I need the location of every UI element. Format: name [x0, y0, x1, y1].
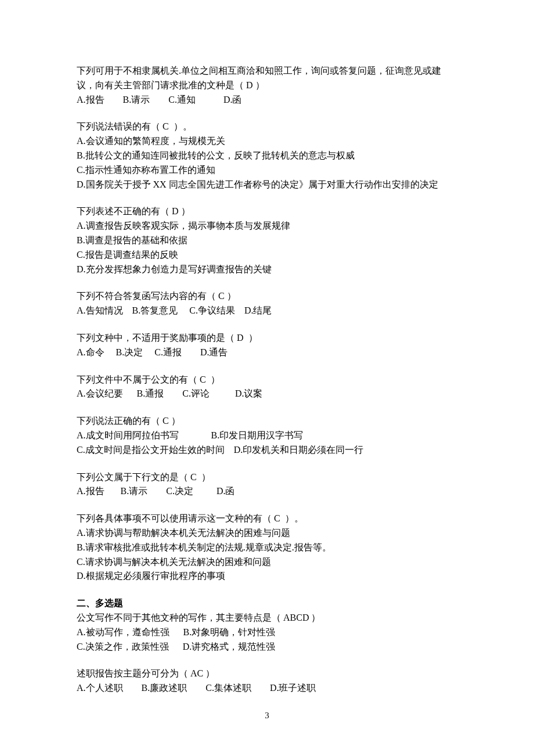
- question-line: 下列不符合答复函写法内容的有（ C ）: [77, 289, 457, 304]
- question-line: 下列文件中不属于公文的有（ C ）: [77, 373, 457, 387]
- question-line: 述职报告按主题分可分为（ AC ）: [77, 667, 457, 681]
- question-line: C.请求协调与解决本机关无法解决的困难和问题: [77, 555, 457, 570]
- question-block: 下列表述不正确的有（ D ）A.调查报告反映客观实际，揭示事物本质与发展规律B.…: [77, 204, 457, 276]
- question-line: A.请求协调与帮助解决本机关无法解决的困难与问题: [77, 526, 457, 541]
- question-block: 下列文种中，不适用于奖励事项的是（ D ）A.命令 B.决定 C.通报 D.通告: [77, 331, 457, 360]
- question-block: 公文写作不同于其他文种的写作，其主要特点是（ ABCD ）A.被动写作，遵命性强…: [77, 611, 457, 654]
- question-line: A.会议纪要 B.通报 C.评论 D.议案: [77, 387, 457, 401]
- question-line: 下列表述不正确的有（ D ）: [77, 204, 457, 219]
- question-line: C.报告是调查结果的反映: [77, 248, 457, 262]
- question-block: 下列不符合答复函写法内容的有（ C ）A.告知情况 B.答复意见 C.争议结果 …: [77, 289, 457, 318]
- question-block: 下列各具体事项不可以使用请示这一文种的有（ C ）。A.请求协调与帮助解决本机关…: [77, 512, 457, 584]
- question-block: 下列说法正确的有（ C ）A.成文时间用阿拉伯书写 B.印发日期用汉字书写C.成…: [77, 414, 457, 457]
- question-line: C.成文时间是指公文开始生效的时间 D.印发机关和日期必须在同一行: [77, 443, 457, 458]
- question-line: 下列公文属于下行文的是（ C ）: [77, 470, 457, 485]
- question-line: B.批转公文的通知连同被批转的公文，反映了批转机关的意志与权威: [77, 149, 457, 163]
- question-line: 下列说法错误的有（ C ）。: [77, 120, 457, 134]
- question-block: 下列可用于不相隶属机关.单位之间相互商洽和知照工作，询问或答复问题，征询意见或建…: [77, 64, 457, 107]
- question-line: A.报告 B.请示 C.决定 D.函: [77, 484, 457, 499]
- question-line: A.调查报告反映客观实际，揭示事物本质与发展规律: [77, 219, 457, 233]
- question-line: A.报告 B.请示 C.通知 D.函: [77, 93, 457, 107]
- question-line: B.请求审核批准或批转本机关制定的法规.规章或决定.报告等。: [77, 541, 457, 555]
- question-line: A.成文时间用阿拉伯书写 B.印发日期用汉字书写: [77, 429, 457, 443]
- question-line: 公文写作不同于其他文种的写作，其主要特点是（ ABCD ）: [77, 611, 457, 625]
- question-line: D.国务院关于授予 XX 同志全国先进工作者称号的决定》属于对重大行动作出安排的…: [77, 178, 457, 192]
- question-line: A.被动写作，遵命性强 B.对象明确，针对性强: [77, 625, 457, 640]
- question-line: D.充分发挥想象力创造力是写好调查报告的关键: [77, 262, 457, 277]
- question-block: 述职报告按主题分可分为（ AC ）A.个人述职 B.廉政述职 C.集体述职 D.…: [77, 667, 457, 696]
- question-line: 下列文种中，不适用于奖励事项的是（ D ）: [77, 331, 457, 345]
- question-line: 下列说法正确的有（ C ）: [77, 414, 457, 429]
- document-page: 下列可用于不相隶属机关.单位之间相互商洽和知照工作，询问或答复问题，征询意见或建…: [0, 0, 534, 756]
- question-line: A.会议通知的繁简程度，与规模无关: [77, 134, 457, 149]
- question-line: C.指示性通知亦称布置工作的通知: [77, 163, 457, 178]
- question-block: 下列文件中不属于公文的有（ C ）A.会议纪要 B.通报 C.评论 D.议案: [77, 373, 457, 402]
- question-line: 下列各具体事项不可以使用请示这一文种的有（ C ）。: [77, 512, 457, 526]
- question-line: A.告知情况 B.答复意见 C.争议结果 D.结尾: [77, 304, 457, 318]
- single-choice-section: 下列可用于不相隶属机关.单位之间相互商洽和知照工作，询问或答复问题，征询意见或建…: [77, 64, 457, 584]
- question-block: 下列公文属于下行文的是（ C ）A.报告 B.请示 C.决定 D.函: [77, 470, 457, 499]
- question-line: B.调查是报告的基础和依据: [77, 233, 457, 248]
- page-number: 3: [0, 709, 534, 722]
- multi-choice-section: 公文写作不同于其他文种的写作，其主要特点是（ ABCD ）A.被动写作，遵命性强…: [77, 611, 457, 696]
- question-line: C.决策之作，政策性强 D.讲究格式，规范性强: [77, 640, 457, 654]
- question-line: A.命令 B.决定 C.通报 D.通告: [77, 345, 457, 360]
- question-line: D.根据规定必须履行审批程序的事项: [77, 569, 457, 584]
- question-block: 下列说法错误的有（ C ）。A.会议通知的繁简程度，与规模无关B.批转公文的通知…: [77, 120, 457, 192]
- section-header-multi: 二、多选题: [77, 596, 457, 611]
- question-line: 下列可用于不相隶属机关.单位之间相互商洽和知照工作，询问或答复问题，征询意见或建…: [77, 64, 457, 93]
- question-line: A.个人述职 B.廉政述职 C.集体述职 D.班子述职: [77, 681, 457, 696]
